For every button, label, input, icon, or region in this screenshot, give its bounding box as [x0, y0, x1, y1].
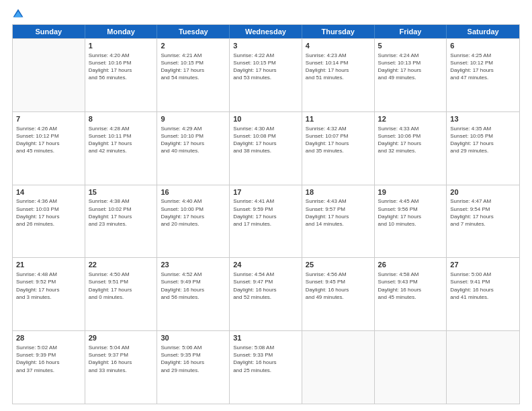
day-info: Sunrise: 4:40 AM Sunset: 10:00 PM Daylig…	[161, 197, 226, 228]
day-info: Sunrise: 5:02 AM Sunset: 9:39 PM Dayligh…	[16, 344, 81, 374]
calendar-cell: 3Sunrise: 4:22 AM Sunset: 10:15 PM Dayli…	[230, 39, 302, 111]
day-info: Sunrise: 5:08 AM Sunset: 9:33 PM Dayligh…	[233, 344, 298, 374]
day-info: Sunrise: 4:48 AM Sunset: 9:52 PM Dayligh…	[16, 271, 81, 301]
day-info: Sunrise: 4:41 AM Sunset: 9:59 PM Dayligh…	[233, 197, 298, 228]
day-info: Sunrise: 5:00 AM Sunset: 9:41 PM Dayligh…	[450, 271, 516, 301]
day-number: 29	[89, 333, 154, 343]
calendar-cell: 30Sunrise: 5:06 AM Sunset: 9:35 PM Dayli…	[157, 331, 230, 404]
day-info: Sunrise: 4:28 AM Sunset: 10:11 PM Daylig…	[89, 125, 154, 155]
calendar-cell: 20Sunrise: 4:47 AM Sunset: 9:54 PM Dayli…	[447, 185, 519, 258]
calendar-cell: 5Sunrise: 4:24 AM Sunset: 10:13 PM Dayli…	[375, 39, 447, 111]
day-info: Sunrise: 4:32 AM Sunset: 10:07 PM Daylig…	[306, 125, 371, 155]
calendar-cell: 7Sunrise: 4:26 AM Sunset: 10:12 PM Dayli…	[13, 112, 85, 185]
calendar-cell: 18Sunrise: 4:43 AM Sunset: 9:57 PM Dayli…	[302, 185, 375, 258]
day-number: 5	[378, 41, 443, 51]
day-number: 7	[16, 114, 81, 124]
day-number: 20	[450, 187, 516, 197]
day-number: 14	[16, 187, 81, 197]
day-number: 19	[378, 187, 443, 197]
day-info: Sunrise: 4:29 AM Sunset: 10:10 PM Daylig…	[161, 125, 226, 155]
calendar-cell: 25Sunrise: 4:56 AM Sunset: 9:45 PM Dayli…	[302, 258, 375, 330]
calendar-cell: 22Sunrise: 4:50 AM Sunset: 9:51 PM Dayli…	[85, 258, 158, 330]
calendar-cell: 24Sunrise: 4:54 AM Sunset: 9:47 PM Dayli…	[230, 258, 302, 330]
day-info: Sunrise: 4:58 AM Sunset: 9:43 PM Dayligh…	[378, 271, 443, 301]
calendar-cell: 31Sunrise: 5:08 AM Sunset: 9:33 PM Dayli…	[230, 331, 302, 404]
day-number: 10	[233, 114, 298, 124]
day-info: Sunrise: 4:35 AM Sunset: 10:05 PM Daylig…	[450, 125, 516, 155]
calendar-cell: 21Sunrise: 4:48 AM Sunset: 9:52 PM Dayli…	[13, 258, 85, 330]
calendar-cell: 9Sunrise: 4:29 AM Sunset: 10:10 PM Dayli…	[157, 112, 230, 185]
calendar-cell: 13Sunrise: 4:35 AM Sunset: 10:05 PM Dayl…	[447, 112, 519, 185]
calendar-cell: 26Sunrise: 4:58 AM Sunset: 9:43 PM Dayli…	[375, 258, 447, 330]
calendar-cell	[447, 331, 519, 404]
day-info: Sunrise: 4:25 AM Sunset: 10:12 PM Daylig…	[450, 52, 516, 82]
weekday-header: Sunday	[13, 25, 85, 38]
day-number: 30	[161, 333, 226, 343]
day-number: 12	[378, 114, 443, 124]
calendar-cell: 4Sunrise: 4:23 AM Sunset: 10:14 PM Dayli…	[302, 39, 375, 111]
day-info: Sunrise: 5:04 AM Sunset: 9:37 PM Dayligh…	[89, 344, 154, 374]
day-number: 27	[450, 260, 516, 270]
calendar-cell: 6Sunrise: 4:25 AM Sunset: 10:12 PM Dayli…	[447, 39, 519, 111]
calendar-cell: 15Sunrise: 4:38 AM Sunset: 10:02 PM Dayl…	[85, 185, 158, 258]
calendar-body: 1Sunrise: 4:20 AM Sunset: 10:16 PM Dayli…	[13, 38, 519, 404]
calendar-cell: 27Sunrise: 5:00 AM Sunset: 9:41 PM Dayli…	[447, 258, 519, 330]
day-info: Sunrise: 4:21 AM Sunset: 10:15 PM Daylig…	[161, 52, 226, 82]
calendar-cell: 28Sunrise: 5:02 AM Sunset: 9:39 PM Dayli…	[13, 331, 85, 404]
day-info: Sunrise: 4:47 AM Sunset: 9:54 PM Dayligh…	[450, 197, 516, 228]
day-number: 16	[161, 187, 226, 197]
day-number: 1	[89, 41, 154, 51]
weekday-header: Wednesday	[230, 25, 302, 38]
day-number: 21	[16, 260, 81, 270]
header	[12, 8, 520, 20]
weekday-header: Thursday	[302, 25, 375, 38]
day-number: 22	[89, 260, 154, 270]
day-info: Sunrise: 4:20 AM Sunset: 10:16 PM Daylig…	[89, 52, 154, 82]
day-number: 6	[450, 41, 516, 51]
day-number: 28	[16, 333, 81, 343]
calendar-cell: 12Sunrise: 4:33 AM Sunset: 10:06 PM Dayl…	[375, 112, 447, 185]
day-number: 8	[89, 114, 154, 124]
calendar-row: 21Sunrise: 4:48 AM Sunset: 9:52 PM Dayli…	[13, 257, 519, 330]
calendar-row: 28Sunrise: 5:02 AM Sunset: 9:39 PM Dayli…	[13, 330, 519, 404]
day-info: Sunrise: 4:36 AM Sunset: 10:03 PM Daylig…	[16, 197, 81, 228]
calendar-cell: 1Sunrise: 4:20 AM Sunset: 10:16 PM Dayli…	[85, 39, 158, 111]
day-number: 9	[161, 114, 226, 124]
weekday-header: Friday	[375, 25, 447, 38]
calendar-cell: 17Sunrise: 4:41 AM Sunset: 9:59 PM Dayli…	[230, 185, 302, 258]
day-info: Sunrise: 4:38 AM Sunset: 10:02 PM Daylig…	[89, 197, 154, 228]
calendar-cell: 14Sunrise: 4:36 AM Sunset: 10:03 PM Dayl…	[13, 185, 85, 258]
calendar-cell	[375, 331, 447, 404]
day-number: 26	[378, 260, 443, 270]
day-number: 23	[161, 260, 226, 270]
calendar-row: 14Sunrise: 4:36 AM Sunset: 10:03 PM Dayl…	[13, 185, 519, 258]
day-info: Sunrise: 5:06 AM Sunset: 9:35 PM Dayligh…	[161, 344, 226, 374]
day-info: Sunrise: 4:30 AM Sunset: 10:08 PM Daylig…	[233, 125, 298, 155]
calendar-cell	[13, 39, 85, 111]
calendar-cell: 19Sunrise: 4:45 AM Sunset: 9:56 PM Dayli…	[375, 185, 447, 258]
page: SundayMondayTuesdayWednesdayThursdayFrid…	[0, 0, 532, 411]
day-number: 11	[306, 114, 371, 124]
calendar-cell: 2Sunrise: 4:21 AM Sunset: 10:15 PM Dayli…	[157, 39, 230, 111]
day-info: Sunrise: 4:33 AM Sunset: 10:06 PM Daylig…	[378, 125, 443, 155]
day-number: 24	[233, 260, 298, 270]
calendar-cell: 11Sunrise: 4:32 AM Sunset: 10:07 PM Dayl…	[302, 112, 375, 185]
day-info: Sunrise: 4:56 AM Sunset: 9:45 PM Dayligh…	[306, 271, 371, 301]
calendar-cell: 16Sunrise: 4:40 AM Sunset: 10:00 PM Dayl…	[157, 185, 230, 258]
day-number: 18	[306, 187, 371, 197]
calendar-cell	[302, 331, 375, 404]
day-info: Sunrise: 4:45 AM Sunset: 9:56 PM Dayligh…	[378, 197, 443, 228]
day-info: Sunrise: 4:23 AM Sunset: 10:14 PM Daylig…	[306, 52, 371, 82]
day-number: 17	[233, 187, 298, 197]
calendar-header: SundayMondayTuesdayWednesdayThursdayFrid…	[13, 25, 519, 38]
day-number: 25	[306, 260, 371, 270]
day-number: 31	[233, 333, 298, 343]
day-number: 13	[450, 114, 516, 124]
weekday-header: Monday	[85, 25, 158, 38]
calendar-cell: 23Sunrise: 4:52 AM Sunset: 9:49 PM Dayli…	[157, 258, 230, 330]
day-info: Sunrise: 4:26 AM Sunset: 10:12 PM Daylig…	[16, 125, 81, 155]
day-info: Sunrise: 4:22 AM Sunset: 10:15 PM Daylig…	[233, 52, 298, 82]
calendar-row: 7Sunrise: 4:26 AM Sunset: 10:12 PM Dayli…	[13, 111, 519, 185]
day-info: Sunrise: 4:24 AM Sunset: 10:13 PM Daylig…	[378, 52, 443, 82]
weekday-header: Tuesday	[157, 25, 230, 38]
